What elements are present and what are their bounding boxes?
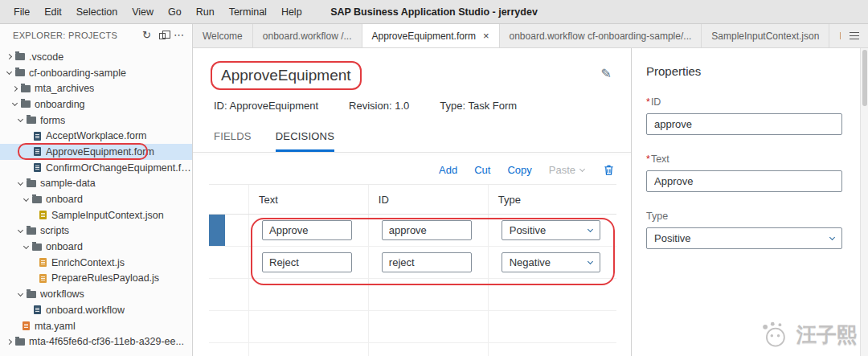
property-label-type: Type xyxy=(646,211,842,222)
tree-item-approveequipment-form[interactable]: ApproveEquipment.form xyxy=(0,144,192,160)
editor-column: Welcomeonboard.workflow /...ApproveEquip… xyxy=(193,24,868,356)
delete-trash-icon[interactable] xyxy=(603,164,615,176)
chevron-down-icon xyxy=(588,259,593,264)
tree-item-confirmorchangeequipment-form[interactable]: ConfirmOrChangeEquipment.form xyxy=(0,160,192,176)
tree-item-vscode[interactable]: .vscode xyxy=(0,49,192,65)
empty-cell xyxy=(369,343,489,356)
tree-item-scripts[interactable]: scripts xyxy=(0,223,192,239)
chevron-down-icon[interactable] xyxy=(22,246,31,248)
tab-onboard-workflow-cf-onboarding-sample[interactable]: onboard.workflow cf-onboarding-sample/..… xyxy=(500,24,702,47)
decision-type-select[interactable]: Positive xyxy=(502,220,600,240)
tree-item-cf-onboarding-sample[interactable]: cf-onboarding-sample xyxy=(0,65,192,81)
menu-terminal[interactable]: Terminal xyxy=(222,6,274,18)
menu-selection[interactable]: Selection xyxy=(69,6,125,18)
row-select-cell[interactable] xyxy=(209,215,249,246)
tab-onboard-workflow[interactable]: onboard.workflow /... xyxy=(253,24,362,47)
decision-text-input[interactable] xyxy=(262,252,352,272)
decision-id-input[interactable] xyxy=(382,252,472,272)
chevron-down-icon[interactable] xyxy=(5,72,14,74)
chevron-down-icon[interactable] xyxy=(16,293,25,296)
tree-item-label: onboarding xyxy=(35,99,85,110)
more-actions-icon[interactable]: ⋯ xyxy=(174,30,184,40)
table-body: PositiveNegative xyxy=(209,215,616,356)
collapse-folders-icon[interactable] xyxy=(159,31,166,39)
tree-item-mta-yaml[interactable]: mta.yaml xyxy=(0,318,192,334)
scrollbar[interactable] xyxy=(860,48,868,356)
tree-item-mta-archives[interactable]: mta_archives xyxy=(0,80,192,96)
empty-cell xyxy=(369,311,489,342)
table-row-empty xyxy=(209,343,616,356)
menu-help[interactable]: Help xyxy=(274,6,309,18)
add-button[interactable]: Add xyxy=(439,164,457,176)
property-label-text: *Text xyxy=(646,153,842,165)
chevron-down-icon[interactable] xyxy=(16,119,25,121)
header-text: Text xyxy=(249,185,369,214)
editor-tab-bar: Welcomeonboard.workflow /...ApproveEquip… xyxy=(193,24,868,48)
menu-items: FileEditSelectionViewGoRunTerminalHelp xyxy=(6,6,309,18)
tree-item-acceptworkplace-form[interactable]: AcceptWorkplace.form xyxy=(0,128,192,144)
tree-item-enrichcontext-js[interactable]: EnrichContext.js xyxy=(0,255,192,271)
tab-decisions[interactable]: DECISIONS xyxy=(276,130,334,152)
tree-item-label: onboard xyxy=(46,194,83,205)
tab-fields[interactable]: FIELDS xyxy=(214,130,252,152)
copy-button[interactable]: Copy xyxy=(507,164,531,176)
decision-id-input[interactable] xyxy=(382,220,472,240)
tab-p[interactable]: P xyxy=(829,24,841,47)
tab-welcome[interactable]: Welcome xyxy=(193,24,253,47)
tree-item-label: ApproveEquipment.form xyxy=(46,146,154,158)
app-window: SAP Business Application Studio - jerryd… xyxy=(0,0,868,356)
paste-button[interactable]: Paste xyxy=(549,164,584,176)
menu-go[interactable]: Go xyxy=(161,6,189,18)
menu-view[interactable]: View xyxy=(125,6,161,18)
folder-icon xyxy=(25,291,38,298)
tree-item-onboard[interactable]: onboard xyxy=(0,191,192,207)
folder-icon xyxy=(14,338,27,346)
editor-actions-icon[interactable] xyxy=(841,24,868,47)
tree-item-workflows[interactable]: workflows xyxy=(0,286,192,302)
form-meta: ID: ApproveEquipment Revision: 1.0 Type:… xyxy=(214,100,618,112)
chevron-right-icon[interactable] xyxy=(5,340,14,344)
menu-file[interactable]: File xyxy=(6,6,37,18)
edit-pencil-icon[interactable]: ✎ xyxy=(601,66,612,81)
tree-item-onboard[interactable]: onboard xyxy=(0,239,192,255)
decision-type-select[interactable]: Negative xyxy=(502,252,600,272)
type-select[interactable]: Positive xyxy=(646,227,842,249)
empty-cell xyxy=(249,343,369,356)
tree-item-label: PrepareRulesPayload.js xyxy=(51,272,159,284)
tree-item-onboarding[interactable]: onboarding xyxy=(0,96,192,113)
close-icon[interactable]: × xyxy=(483,30,489,42)
explorer-title: EXPLORER: PROJECTS xyxy=(13,31,134,40)
menu-run[interactable]: Run xyxy=(189,6,222,18)
row-select-cell[interactable] xyxy=(209,247,249,278)
row-selected-indicator xyxy=(209,215,225,246)
scrollbar-thumb[interactable] xyxy=(862,50,867,106)
refresh-icon[interactable]: ↻ xyxy=(142,30,151,40)
tree-item-sample-data[interactable]: sample-data xyxy=(0,176,192,192)
tab-label: onboard.workflow cf-onboarding-sample/..… xyxy=(510,31,692,42)
text-input[interactable] xyxy=(646,170,842,192)
chevron-right-icon[interactable] xyxy=(5,55,14,59)
chevron-down-icon[interactable] xyxy=(16,182,25,185)
chevron-down-icon[interactable] xyxy=(16,230,25,232)
tree-item-forms[interactable]: forms xyxy=(0,113,192,129)
tree-item-onboard-workflow[interactable]: onboard.workflow xyxy=(0,302,192,318)
chevron-down-icon[interactable] xyxy=(10,103,19,105)
cut-button[interactable]: Cut xyxy=(474,164,490,176)
tree-item-preparerulespayload-js[interactable]: PrepareRulesPayload.js xyxy=(0,271,192,287)
form-file-icon xyxy=(31,132,43,141)
menu-edit[interactable]: Edit xyxy=(37,6,69,18)
id-input[interactable] xyxy=(646,113,842,135)
decision-text-input[interactable] xyxy=(262,220,352,240)
header-select-cell xyxy=(209,185,249,214)
chevron-down-icon[interactable] xyxy=(22,198,31,201)
chevron-right-icon[interactable] xyxy=(10,87,19,91)
tree-item-sampleinputcontext-json[interactable]: SampleInputContext.json xyxy=(0,207,192,223)
tree-item-mta-4f65fe6d-cf36-11eb-a329-ee[interactable]: mta-4f65fe6d-cf36-11eb-a329-ee... xyxy=(0,333,192,350)
tab-sampleinputcontext-json[interactable]: SampleInputContext.json xyxy=(702,24,829,47)
table-row: Positive xyxy=(209,215,616,247)
empty-cell xyxy=(249,311,369,342)
tree-item-label: onboard.workflow xyxy=(46,305,125,316)
folder-icon xyxy=(14,69,27,76)
editor-tabs: Welcomeonboard.workflow /...ApproveEquip… xyxy=(193,24,841,47)
tab-approveequipment-form[interactable]: ApproveEquipment.form× xyxy=(362,24,500,47)
